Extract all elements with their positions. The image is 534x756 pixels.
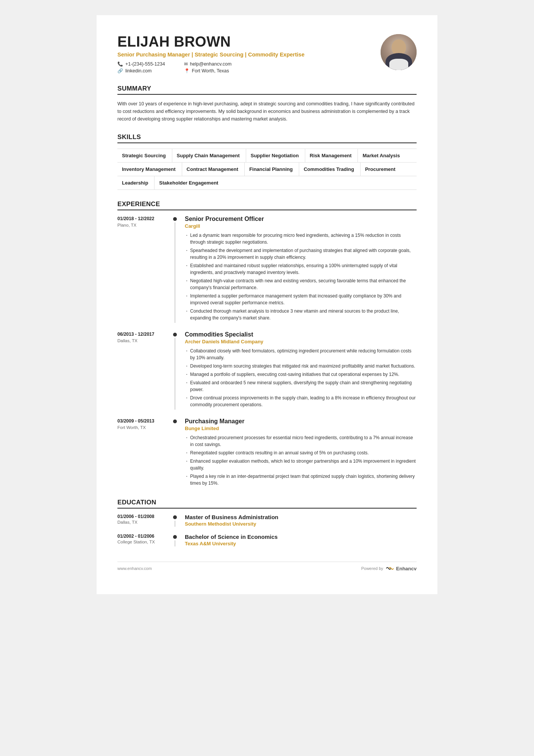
header-section: ELIJAH BROWN Senior Purchasing Manager |… [117, 34, 417, 74]
edu-left: 01/2002 - 01/2006 College Station, TX [117, 534, 170, 546]
summary-title: SUMMARY [117, 85, 417, 95]
skill-item: Market Analysis [358, 149, 406, 162]
skills-row: Inventory ManagementContract ManagementF… [117, 163, 417, 176]
exp-bullet: Established and maintained robust suppli… [185, 262, 417, 276]
exp-location: Fort Worth, TX [117, 425, 167, 430]
education-section: EDUCATION 01/2006 - 01/2008 Dallas, TX M… [117, 499, 417, 546]
edu-center [170, 514, 180, 527]
exp-bullet: Developed long-term sourcing strategies … [185, 363, 417, 369]
linkedin-item: 🔗 linkedin.com [117, 68, 165, 74]
exp-center [170, 331, 180, 410]
exp-left: 01/2018 - 12/2022 Plano, TX [117, 216, 170, 323]
exp-bullet: Managed a portfolio of suppliers, execut… [185, 371, 417, 378]
edu-line [175, 521, 175, 527]
phone-icon: 📞 [117, 61, 123, 67]
experience-item: 03/2009 - 05/2013 Fort Worth, TX Purchas… [117, 418, 417, 488]
contact-col-left: 📞 +1-(234)-555-1234 🔗 linkedin.com [117, 61, 165, 74]
exp-left: 03/2009 - 05/2013 Fort Worth, TX [117, 418, 170, 488]
exp-location: Dallas, TX [117, 338, 167, 343]
location-icon: 📍 [184, 68, 190, 74]
exp-date: 06/2013 - 12/2017 [117, 331, 167, 338]
exp-center [170, 216, 180, 323]
education-item: 01/2006 - 01/2008 Dallas, TX Master of B… [117, 514, 417, 527]
edu-right: Master of Business Administration Southe… [180, 514, 417, 527]
exp-location: Plano, TX [117, 223, 167, 227]
exp-job-title: Purchasing Manager [185, 418, 417, 425]
candidate-name: ELIJAH BROWN [117, 34, 381, 50]
email-item: ✉ help@enhancv.com [184, 61, 232, 67]
skill-item: Stakeholder Engagement [155, 176, 224, 189]
exp-bullet: Evaluated and onboarded 5 new mineral su… [185, 379, 417, 393]
skill-item: Strategic Sourcing [117, 149, 172, 162]
footer-website: www.enhancv.com [117, 566, 152, 571]
exp-bullet: Led a dynamic team responsible for procu… [185, 232, 417, 246]
powered-by-label: Powered by [361, 566, 383, 571]
email-icon: ✉ [184, 61, 188, 67]
exp-job-title: Commodities Specialist [185, 331, 417, 338]
resume-document: ELIJAH BROWN Senior Purchasing Manager |… [97, 15, 437, 594]
skill-item: Leadership [117, 176, 155, 189]
edu-date: 01/2006 - 01/2008 [117, 514, 170, 519]
enhancv-logo-icon [386, 566, 394, 571]
exp-dot [173, 217, 177, 221]
exp-bullet: Negotiated high-value contracts with new… [185, 277, 417, 291]
contact-col-right: ✉ help@enhancv.com 📍 Fort Worth, Texas [184, 61, 232, 74]
exp-bullet: Enhanced supplier evaluation methods, wh… [185, 458, 417, 471]
experience-item: 01/2018 - 12/2022 Plano, TX Senior Procu… [117, 216, 417, 323]
skill-item: Procurement [361, 163, 401, 176]
exp-dot [173, 333, 177, 337]
exp-bullet: Renegotiated supplier contracts resultin… [185, 449, 417, 456]
exp-bullet: Drove continual process improvements in … [185, 394, 417, 408]
edu-dot [173, 515, 177, 519]
exp-bullets: Orchestrated procurement processes for e… [185, 434, 417, 487]
skills-row: LeadershipStakeholder Engagement [117, 176, 417, 190]
exp-center [170, 418, 180, 488]
phone-item: 📞 +1-(234)-555-1234 [117, 61, 165, 67]
exp-right: Senior Procurement Officer Cargill Led a… [180, 216, 417, 323]
skill-item: Supply Chain Management [172, 149, 246, 162]
exp-date: 03/2009 - 05/2013 [117, 418, 167, 424]
footer: www.enhancv.com Powered by Enhancv [117, 562, 417, 571]
location-value: Fort Worth, Texas [192, 68, 229, 74]
footer-right: Powered by Enhancv [361, 566, 417, 571]
edu-dot [173, 535, 177, 539]
exp-company: Cargill [185, 223, 417, 229]
header-left: ELIJAH BROWN Senior Purchasing Manager |… [117, 34, 381, 74]
edu-date: 01/2002 - 01/2006 [117, 534, 170, 539]
avatar [381, 34, 417, 70]
exp-right: Purchasing Manager Bunge Limited Orchest… [180, 418, 417, 488]
phone-value: +1-(234)-555-1234 [125, 61, 165, 67]
summary-section: SUMMARY With over 10 years of experience… [117, 85, 417, 123]
edu-right: Bachelor of Science in Economics Texas A… [180, 534, 417, 546]
exp-bullet: Orchestrated procurement processes for e… [185, 434, 417, 448]
exp-bullet: Collaborated closely with feed formulato… [185, 347, 417, 361]
education-list: 01/2006 - 01/2008 Dallas, TX Master of B… [117, 514, 417, 546]
exp-bullets: Led a dynamic team responsible for procu… [185, 232, 417, 321]
experience-section: EXPERIENCE 01/2018 - 12/2022 Plano, TX S… [117, 200, 417, 488]
skill-item: Contract Management [182, 163, 245, 176]
skill-item: Inventory Management [117, 163, 182, 176]
candidate-title: Senior Purchasing Manager | Strategic So… [117, 52, 381, 58]
skill-item: Commodities Trading [299, 163, 361, 176]
edu-center [170, 534, 180, 546]
experience-list: 01/2018 - 12/2022 Plano, TX Senior Procu… [117, 216, 417, 488]
exp-line [175, 338, 175, 410]
education-title: EDUCATION [117, 499, 417, 509]
exp-company: Archer Daniels Midland Company [185, 339, 417, 344]
exp-bullet: Played a key role in an inter-department… [185, 473, 417, 487]
exp-bullet: Conducted thorough market analysis to in… [185, 308, 417, 321]
exp-left: 06/2013 - 12/2017 Dallas, TX [117, 331, 170, 410]
exp-dot [173, 419, 177, 423]
experience-title: EXPERIENCE [117, 200, 417, 210]
exp-date: 01/2018 - 12/2022 [117, 216, 167, 222]
education-item: 01/2002 - 01/2006 College Station, TX Ba… [117, 534, 417, 546]
linkedin-icon: 🔗 [117, 68, 123, 74]
email-value: help@enhancv.com [190, 61, 232, 67]
contact-row: 📞 +1-(234)-555-1234 🔗 linkedin.com ✉ hel… [117, 61, 381, 74]
experience-item: 06/2013 - 12/2017 Dallas, TX Commodities… [117, 331, 417, 410]
edu-location: Dallas, TX [117, 520, 170, 524]
edu-degree: Master of Business Administration [185, 514, 417, 520]
edu-left: 01/2006 - 01/2008 Dallas, TX [117, 514, 170, 527]
exp-line [175, 222, 175, 323]
linkedin-value: linkedin.com [125, 68, 151, 74]
